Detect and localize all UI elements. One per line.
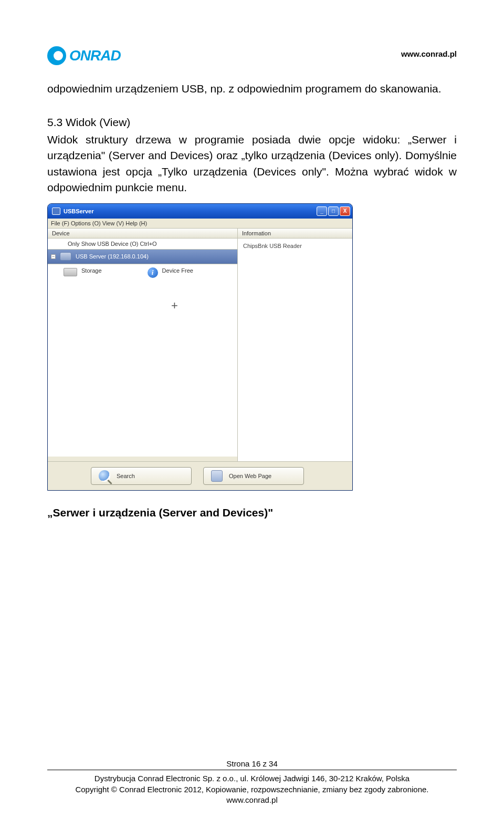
usbserver-window: USBServer _ □ X File (F) Options (O) Vie… <box>47 203 353 491</box>
footer-line1: Dystrybucja Conrad Electronic Sp. z o.o.… <box>47 773 457 784</box>
plus-icon[interactable]: + <box>171 299 178 313</box>
titlebar[interactable]: USBServer _ □ X <box>48 204 352 219</box>
left-pane: Device Only Show USB Device (O) Ctrl+O −… <box>48 229 238 461</box>
view-submenu-item[interactable]: Only Show USB Device (O) Ctrl+O <box>48 239 237 250</box>
device-status-cell: i Device Free <box>132 264 237 284</box>
section-heading: 5.3 Widok (View) <box>47 115 457 130</box>
search-button[interactable]: Search <box>91 467 192 485</box>
intro-paragraph: odpowiednim urządzeniem USB, np. z odpow… <box>47 81 457 97</box>
server-icon <box>60 252 71 261</box>
open-web-page-button[interactable]: Open Web Page <box>203 467 304 485</box>
web-icon <box>211 470 223 482</box>
button-bar: Search Open Web Page <box>48 462 352 490</box>
info-whitespace <box>238 273 352 461</box>
footer-divider <box>47 770 457 770</box>
server-label: USB Server (192.168.0.104) <box>76 253 149 260</box>
device-storage-cell[interactable]: Storage <box>48 264 132 284</box>
page-footer: Strona 16 z 34 Dystrybucja Conrad Electr… <box>47 759 457 805</box>
tree-expander-icon[interactable]: − <box>51 254 56 259</box>
open-web-page-label: Open Web Page <box>229 473 271 479</box>
logo: ONRAD <box>47 46 121 65</box>
logo-text: ONRAD <box>69 47 121 64</box>
page-header: ONRAD www.conrad.pl <box>47 46 457 65</box>
footer-line3: www.conrad.pl <box>47 795 457 805</box>
storage-icon <box>64 268 77 276</box>
app-icon <box>52 208 60 215</box>
info-icon: i <box>148 267 158 278</box>
search-icon <box>99 470 110 482</box>
device-column-header: Device <box>48 229 237 239</box>
menubar[interactable]: File (F) Options (O) View (V) Help (H) <box>48 219 352 229</box>
page-number: Strona 16 z 34 <box>47 759 457 768</box>
header-url: www.conrad.pl <box>401 49 457 58</box>
minimize-button[interactable]: _ <box>317 206 327 216</box>
maximize-button[interactable]: □ <box>328 206 339 216</box>
right-pane: Information ChipsBnk USB Reader <box>238 229 352 461</box>
logo-icon <box>47 46 66 65</box>
server-row[interactable]: − USB Server (192.168.0.104) <box>48 250 237 264</box>
info-content: ChipsBnk USB Reader <box>238 239 352 273</box>
footer-line2: Copyright © Conrad Electronic 2012, Kopi… <box>47 784 457 795</box>
storage-label: Storage <box>81 267 102 274</box>
information-column-header: Information <box>238 229 352 239</box>
sub-heading: „Serwer i urządzenia (Server and Devices… <box>47 506 457 519</box>
close-button[interactable]: X <box>340 206 350 216</box>
status-label: Device Free <box>162 267 193 274</box>
tree-whitespace: + <box>48 284 237 457</box>
window-title: USBServer <box>64 208 317 214</box>
section-body: Widok struktury drzewa w programie posia… <box>47 132 457 196</box>
search-button-label: Search <box>117 473 135 479</box>
